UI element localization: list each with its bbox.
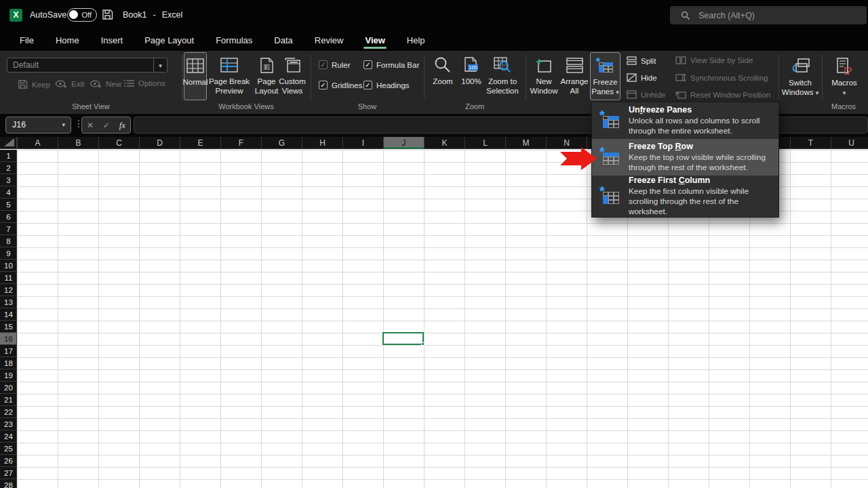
row-header-4[interactable]: 4 [0, 186, 17, 199]
macros-button[interactable]: Macros▾ [827, 54, 861, 98]
sync-scrolling-icon [675, 73, 686, 82]
group-label-macros: Macros [822, 102, 865, 112]
column-header-I[interactable]: I [342, 137, 383, 149]
menu-item-freeze-top-row[interactable]: * Freeze Top Row Keep the top row visibl… [592, 139, 778, 176]
fill-handle[interactable] [421, 342, 425, 346]
row-header-24[interactable]: 24 [0, 430, 17, 443]
row-header-2[interactable]: 2 [0, 162, 17, 174]
save-button[interactable] [102, 9, 113, 20]
arrange-all-button[interactable]: ArrangeAll [560, 52, 589, 96]
row-header-7[interactable]: 7 [0, 223, 17, 235]
tab-help[interactable]: Help [396, 30, 436, 51]
zoom-100-button[interactable]: 100 100% [458, 52, 484, 86]
cancel-icon[interactable]: ✕ [87, 121, 94, 130]
normal-view-button[interactable]: Normal [184, 52, 207, 100]
sheet-view-dropdown[interactable]: Default ▾ [7, 58, 167, 73]
menu-item-unfreeze-panes[interactable]: * Unfreeze Panes Unlock all rows and col… [592, 102, 778, 139]
row-header-18[interactable]: 18 [0, 357, 17, 369]
row-header-11[interactable]: 11 [0, 272, 17, 284]
reset-window-position-button[interactable]: Reset Window Position [675, 90, 770, 99]
enter-icon[interactable]: ✓ [103, 121, 110, 130]
zoom-button[interactable]: Zoom [429, 52, 457, 86]
freeze-panes-button[interactable]: * FreezePanes ▾ [590, 52, 620, 100]
tab-review[interactable]: Review [304, 30, 355, 51]
search-input[interactable]: Search (Alt+Q) [670, 6, 867, 24]
hide-button[interactable]: Hide [627, 73, 657, 82]
row-header-20[interactable]: 20 [0, 382, 17, 394]
row-header-10[interactable]: 10 [0, 260, 17, 272]
column-header-T[interactable]: T [790, 137, 831, 149]
row-header-17[interactable]: 17 [0, 345, 17, 357]
row-header-12[interactable]: 12 [0, 284, 17, 296]
column-header-E[interactable]: E [180, 137, 220, 149]
row-header-27[interactable]: 27 [0, 467, 17, 479]
menu-item-freeze-first-column[interactable]: * Freeze First Column Keep the first col… [592, 176, 778, 217]
zoom-to-selection-button[interactable]: Zoom toSelection [484, 52, 521, 96]
synchronous-scrolling-button[interactable]: Synchronous Scrolling [675, 73, 768, 82]
row-header-8[interactable]: 8 [0, 235, 17, 247]
gridlines-checkbox[interactable]: ✓ Gridlines [319, 81, 362, 89]
column-header-F[interactable]: F [220, 137, 261, 149]
tab-view[interactable]: View [354, 30, 395, 51]
autosave-toggle[interactable]: Off [67, 8, 97, 22]
select-all-corner[interactable] [0, 137, 17, 149]
magnifier-icon [434, 56, 452, 75]
row-header-19[interactable]: 19 [0, 369, 17, 382]
headings-checkbox[interactable]: ✓ Headings [363, 81, 410, 89]
column-header-A[interactable]: A [17, 137, 58, 149]
row-header-3[interactable]: 3 [0, 174, 17, 186]
tab-home[interactable]: Home [45, 30, 90, 51]
column-header-C[interactable]: C [98, 137, 139, 149]
tab-file[interactable]: File [9, 30, 45, 51]
ruler-checkbox[interactable]: ✓ Ruler [319, 60, 350, 69]
row-header-25[interactable]: 25 [0, 443, 17, 455]
row-header-1[interactable]: 1 [0, 150, 17, 162]
tab-page-layout[interactable]: Page Layout [134, 30, 205, 51]
keep-button[interactable]: Keep [18, 79, 50, 89]
column-header-H[interactable]: H [302, 137, 342, 149]
row-header-21[interactable]: 21 [0, 394, 17, 406]
page-break-preview-button[interactable]: Page BreakPreview [208, 52, 250, 96]
options-button[interactable]: Options [124, 79, 165, 87]
row-header-9[interactable]: 9 [0, 247, 17, 260]
row-header-6[interactable]: 6 [0, 211, 17, 223]
split-button[interactable]: Split [627, 56, 656, 65]
name-box[interactable]: J16 ▾ [5, 117, 71, 134]
excel-logo-icon[interactable]: X [9, 9, 22, 22]
new-sheet-view-button[interactable]: New [90, 79, 121, 88]
row-header-22[interactable]: 22 [0, 406, 17, 418]
custom-views-button[interactable]: CustomViews [276, 52, 309, 96]
eye-off-icon [55, 79, 67, 88]
row-header-13[interactable]: 13 [0, 296, 17, 308]
formula-bar-checkbox[interactable]: ✓ Formula Bar [363, 60, 419, 69]
search-placeholder: Search (Alt+Q) [698, 11, 755, 20]
column-header-D[interactable]: D [139, 137, 180, 149]
split-icon [627, 56, 637, 65]
column-header-U[interactable]: U [831, 137, 868, 149]
row-header-23[interactable]: 23 [0, 418, 17, 430]
exit-button[interactable]: Exit [55, 79, 84, 88]
column-header-K[interactable]: K [424, 137, 465, 149]
column-header-J[interactable]: J [383, 137, 424, 149]
insert-function-icon[interactable]: fx [119, 120, 125, 131]
column-header-G[interactable]: G [261, 137, 302, 149]
group-separator [424, 55, 425, 100]
column-header-B[interactable]: B [58, 137, 98, 149]
row-header-5[interactable]: 5 [0, 199, 17, 211]
row-header-26[interactable]: 26 [0, 455, 17, 467]
new-window-button[interactable]: NewWindow [529, 52, 559, 96]
view-side-by-side-button[interactable]: View Side by Side [675, 56, 753, 64]
freeze-panes-icon: * [598, 56, 613, 75]
switch-windows-button[interactable]: SwitchWindows ▾ [781, 54, 819, 98]
selected-cell[interactable] [382, 332, 424, 345]
row-header-14[interactable]: 14 [0, 308, 17, 321]
unhide-button[interactable]: Unhide [627, 90, 665, 99]
tab-data[interactable]: Data [263, 30, 303, 51]
row-header-16[interactable]: 16 [0, 333, 17, 345]
column-header-L[interactable]: L [465, 137, 505, 149]
row-header-28[interactable]: 28 [0, 479, 17, 488]
column-header-M[interactable]: M [505, 137, 546, 149]
tab-formulas[interactable]: Formulas [205, 30, 263, 51]
row-header-15[interactable]: 15 [0, 321, 17, 333]
tab-insert[interactable]: Insert [90, 30, 134, 51]
